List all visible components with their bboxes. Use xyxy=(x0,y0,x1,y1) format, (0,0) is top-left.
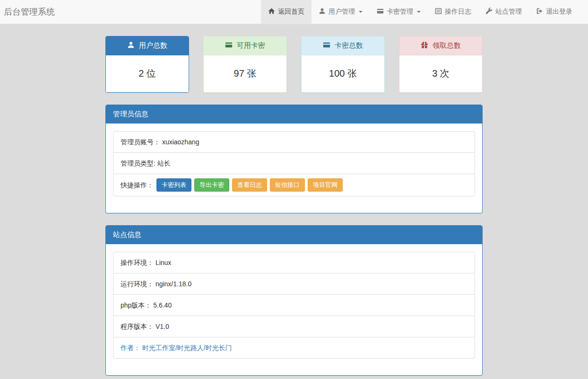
navbar-menu: 返回首页 用户管理 卡密管理 操作日志 站点管理 退出登录 xyxy=(261,0,579,24)
top-navbar: 后台管理系统 返回首页 用户管理 卡密管理 操作日志 站点管理 退出登录 xyxy=(0,0,588,24)
site-info-list: 操作环境： Linux 运行环境： nginx/1.18.0 php版本： 5.… xyxy=(113,252,475,359)
stat-title: 领取总数 xyxy=(432,41,461,50)
row-label: php版本： xyxy=(121,301,151,309)
card-list-button[interactable]: 卡密列表 xyxy=(156,178,191,192)
home-icon xyxy=(268,8,275,16)
log-icon xyxy=(435,8,442,16)
os-value: Linux xyxy=(156,259,171,266)
nav-item-home[interactable]: 返回首页 xyxy=(261,0,311,24)
nav-item-label: 卡密管理 xyxy=(387,8,413,16)
stat-card-total-claims: 领取总数 3 次 xyxy=(399,36,483,93)
author-row[interactable]: 作者： 时光工作室/时光路人/时光长门 xyxy=(113,337,475,358)
stat-card-header: 可用卡密 xyxy=(204,36,286,55)
stat-card-header: 领取总数 xyxy=(399,36,482,55)
credit-card-icon xyxy=(323,41,330,50)
quick-actions-row: 快捷操作： 卡密列表 导出卡密 查看日志 短信接口 项目官网 xyxy=(113,174,475,196)
nav-item-label: 站点管理 xyxy=(495,8,522,16)
credit-card-icon xyxy=(377,8,384,16)
user-icon xyxy=(319,8,326,16)
app-title[interactable]: 后台管理系统 xyxy=(0,0,62,24)
nav-item-logout[interactable]: 退出登录 xyxy=(529,0,579,24)
row-label: 程序版本： xyxy=(121,323,154,330)
view-logs-button[interactable]: 查看日志 xyxy=(232,178,267,192)
stat-value: 3 次 xyxy=(399,55,482,92)
stat-value: 100 张 xyxy=(302,55,384,92)
admin-account-row: 管理员账号： xuxiaozhang xyxy=(113,132,475,152)
server-value: nginx/1.18.0 xyxy=(156,280,191,288)
export-cards-button[interactable]: 导出卡密 xyxy=(194,178,229,192)
panel-body: 操作环境： Linux 运行环境： nginx/1.18.0 php版本： 5.… xyxy=(106,244,482,375)
sms-api-button[interactable]: 短信接口 xyxy=(270,178,305,192)
nav-item-site[interactable]: 站点管理 xyxy=(478,0,529,24)
row-label: 管理员账号： xyxy=(121,138,160,146)
credit-card-icon xyxy=(225,41,233,50)
wrench-icon xyxy=(485,8,493,16)
nav-item-label: 用户管理 xyxy=(329,8,355,16)
stats-row: 用户总数 2 位 可用卡密 97 张 卡密总数 100 张 领取总数 3 次 xyxy=(105,36,483,93)
stat-title: 卡密总数 xyxy=(335,41,363,50)
stat-title: 用户总数 xyxy=(139,41,167,50)
php-version-value: 5.6.40 xyxy=(153,301,172,309)
nav-item-users[interactable]: 用户管理 xyxy=(311,0,370,24)
user-icon xyxy=(127,41,135,50)
admin-info-list: 管理员账号： xuxiaozhang 管理员类型: 站长 快捷操作： 卡密列表 … xyxy=(113,131,475,196)
row-label: 管理员类型: xyxy=(121,159,156,167)
panel-title: 管理员信息 xyxy=(106,105,482,123)
nav-item-label: 返回首页 xyxy=(278,8,304,16)
row-label: 快捷操作： xyxy=(121,181,154,189)
admin-type-row: 管理员类型: 站长 xyxy=(113,152,475,174)
admin-type-value: 站长 xyxy=(157,159,171,167)
row-label: 操作环境： xyxy=(121,259,154,266)
nav-item-label: 退出登录 xyxy=(546,8,572,16)
admin-info-panel: 管理员信息 管理员账号： xuxiaozhang 管理员类型: 站长 快捷操作：… xyxy=(105,105,483,213)
nav-item-label: 操作日志 xyxy=(445,8,471,16)
stat-card-header: 用户总数 xyxy=(106,36,189,55)
author-link[interactable]: 时光工作室/时光路人/时光长门 xyxy=(142,344,232,352)
stat-card-total-users: 用户总数 2 位 xyxy=(105,36,189,93)
row-label: 作者： xyxy=(121,344,140,352)
chevron-down-icon xyxy=(359,11,363,13)
stat-card-available-cards: 可用卡密 97 张 xyxy=(203,36,287,93)
nav-item-logs[interactable]: 操作日志 xyxy=(428,0,478,24)
site-info-panel: 站点信息 操作环境： Linux 运行环境： nginx/1.18.0 php版… xyxy=(105,225,483,376)
php-version-row: php版本： 5.6.40 xyxy=(113,294,475,316)
stat-value: 2 位 xyxy=(106,55,189,92)
nav-item-cards[interactable]: 卡密管理 xyxy=(370,0,428,24)
app-version-row: 程序版本： V1.0 xyxy=(113,316,475,337)
stat-value: 97 张 xyxy=(204,55,286,92)
admin-account-value: xuxiaozhang xyxy=(162,138,199,146)
panel-title: 站点信息 xyxy=(106,226,482,244)
stat-title: 可用卡密 xyxy=(237,41,265,50)
sign-out-icon xyxy=(536,8,543,16)
app-version-value: V1.0 xyxy=(156,323,169,330)
row-label: 运行环境： xyxy=(121,280,154,288)
official-site-button[interactable]: 项目官网 xyxy=(308,178,343,192)
gift-icon xyxy=(421,41,428,50)
server-row: 运行环境： nginx/1.18.0 xyxy=(113,273,475,294)
os-row: 操作环境： Linux xyxy=(113,252,475,273)
panel-body: 管理员账号： xuxiaozhang 管理员类型: 站长 快捷操作： 卡密列表 … xyxy=(106,123,482,213)
chevron-down-icon xyxy=(417,11,421,13)
stat-card-total-cards: 卡密总数 100 张 xyxy=(301,36,385,93)
stat-card-header: 卡密总数 xyxy=(302,36,384,55)
